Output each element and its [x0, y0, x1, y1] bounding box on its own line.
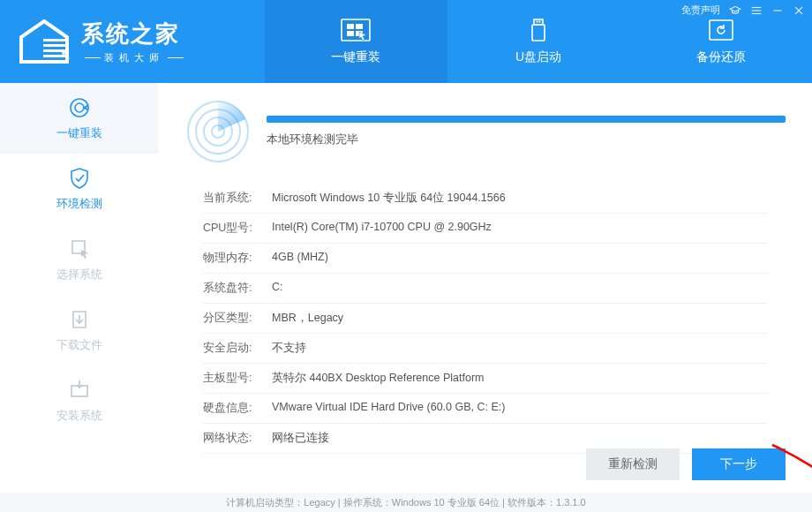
info-value: 英特尔 440BX Desktop Reference Platform — [272, 371, 768, 386]
svg-rect-19 — [537, 21, 538, 23]
info-label: CPU型号: — [203, 221, 272, 236]
windows-cursor-icon — [340, 18, 372, 44]
progress-wrap: 本地环境检测完毕 — [267, 116, 786, 147]
info-value: 不支持 — [272, 341, 768, 356]
app-window: 免责声明 — [0, 0, 812, 512]
minimize-icon[interactable] — [771, 4, 784, 17]
nav-label: 备份还原 — [696, 49, 746, 65]
body: 一键重装 环境检测 选择系统 — [0, 83, 812, 493]
logo-text: 系统之家 装机大师 — [81, 19, 187, 64]
graduation-icon[interactable] — [729, 4, 741, 17]
download-icon — [67, 307, 92, 332]
recheck-button[interactable]: 重新检测 — [586, 448, 680, 480]
target-icon — [67, 95, 92, 120]
sidebar: 一键重装 环境检测 选择系统 — [0, 83, 159, 493]
info-label: 安全启动: — [203, 341, 272, 356]
info-value: 网络已连接 — [272, 431, 768, 446]
progress-bar — [267, 116, 786, 123]
header: 免责声明 — [0, 0, 812, 83]
svg-point-11 — [67, 57, 70, 60]
info-row-memory: 物理内存:4GB (MHZ) — [203, 244, 768, 274]
usb-icon — [523, 18, 554, 44]
info-row-secureboot: 安全启动:不支持 — [203, 334, 768, 364]
backup-icon — [705, 18, 737, 44]
footer-statusbar: 计算机启动类型：Legacy | 操作系统：Windows 10 专业版 64位… — [0, 493, 812, 512]
info-row-os: 当前系统:Microsoft Windows 10 专业版 64位 19044.… — [203, 184, 768, 214]
info-table: 当前系统:Microsoft Windows 10 专业版 64位 19044.… — [203, 184, 768, 454]
svg-rect-17 — [534, 19, 543, 25]
install-icon — [67, 378, 92, 403]
info-row-motherboard: 主板型号:英特尔 440BX Desktop Reference Platfor… — [203, 364, 768, 394]
svg-rect-12 — [342, 19, 370, 41]
info-row-cpu: CPU型号:Intel(R) Core(TM) i7-10700 CPU @ 2… — [203, 214, 768, 244]
info-label: 硬盘信息: — [203, 401, 272, 416]
progress-row: 本地环境检测完毕 — [185, 99, 786, 164]
svg-rect-15 — [347, 31, 354, 36]
close-icon[interactable] — [793, 4, 805, 17]
svg-rect-21 — [710, 20, 733, 40]
info-label: 分区类型: — [203, 311, 272, 326]
sidebar-item-label: 安装系统 — [56, 408, 102, 424]
logo-subtitle: 装机大师 — [81, 51, 187, 64]
info-value: 4GB (MHZ) — [272, 251, 768, 266]
sidebar-item-select-system[interactable]: 选择系统 — [0, 224, 158, 295]
svg-rect-13 — [347, 24, 354, 29]
info-label: 网络状态: — [203, 431, 272, 446]
info-label: 当前系统: — [203, 191, 272, 206]
sidebar-item-label: 一键重装 — [56, 125, 102, 141]
info-value: Microsoft Windows 10 专业版 64位 19044.1566 — [272, 191, 768, 206]
nav-reinstall[interactable]: 一键重装 — [265, 0, 447, 83]
shield-check-icon — [67, 166, 92, 191]
svg-rect-18 — [532, 25, 545, 41]
sidebar-item-install[interactable]: 安装系统 — [0, 365, 158, 436]
svg-rect-6 — [43, 39, 66, 41]
logo-icon — [18, 19, 71, 64]
sidebar-item-download[interactable]: 下载文件 — [0, 295, 158, 365]
svg-rect-14 — [356, 24, 363, 29]
logo-title: 系统之家 — [81, 19, 187, 49]
info-row-disk: 硬盘信息:VMware Virtual IDE Hard Drive (60.0… — [203, 394, 768, 424]
progress-fill — [267, 116, 786, 123]
disclaimer-link[interactable]: 免责声明 — [681, 4, 720, 17]
select-icon — [67, 237, 92, 261]
sidebar-item-label: 环境检测 — [56, 196, 102, 212]
nav-label: U盘启动 — [515, 49, 561, 65]
svg-rect-9 — [43, 55, 66, 57]
svg-point-10 — [62, 51, 65, 55]
info-label: 物理内存: — [203, 251, 272, 266]
sidebar-item-label: 选择系统 — [56, 267, 102, 282]
topbar: 免责声明 — [681, 4, 805, 17]
info-value: MBR，Legacy — [272, 311, 768, 326]
radar-icon — [185, 99, 251, 164]
svg-rect-7 — [43, 44, 66, 47]
footer-text: 计算机启动类型：Legacy | 操作系统：Windows 10 专业版 64位… — [226, 496, 585, 509]
sidebar-item-reinstall[interactable]: 一键重装 — [0, 83, 158, 154]
menu-icon[interactable] — [750, 4, 763, 17]
info-value: VMware Virtual IDE Hard Drive (60.0 GB, … — [272, 401, 768, 416]
nav-usb-boot[interactable]: U盘启动 — [447, 0, 630, 83]
svg-rect-20 — [539, 21, 541, 23]
info-row-sysdrive: 系统盘符:C: — [203, 274, 768, 304]
progress-label: 本地环境检测完毕 — [267, 132, 786, 147]
logo-block: 系统之家 装机大师 — [0, 0, 265, 83]
next-button[interactable]: 下一步 — [692, 448, 786, 480]
sidebar-item-env-check[interactable]: 环境检测 — [0, 154, 158, 224]
info-value: C: — [272, 281, 768, 296]
info-row-partition: 分区类型:MBR，Legacy — [203, 304, 768, 334]
info-label: 主板型号: — [203, 371, 272, 386]
main-panel: 本地环境检测完毕 当前系统:Microsoft Windows 10 专业版 6… — [159, 83, 812, 493]
button-row: 重新检测 下一步 — [586, 448, 786, 480]
sidebar-item-label: 下载文件 — [56, 337, 102, 353]
info-value: Intel(R) Core(TM) i7-10700 CPU @ 2.90GHz — [272, 221, 768, 236]
nav-label: 一键重装 — [331, 49, 380, 65]
info-label: 系统盘符: — [203, 281, 272, 296]
